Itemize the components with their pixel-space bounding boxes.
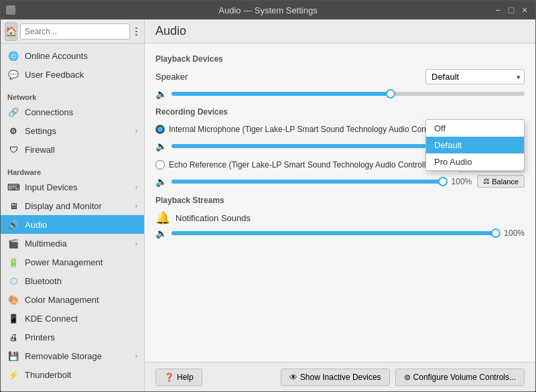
display-monitor-icon: 🖥 [7,200,19,212]
help-icon: ❓ [164,373,174,382]
titlebar-left [6,5,15,15]
recording-device-1-radio[interactable] [155,125,165,134]
titlebar: Audio — System Settings − □ × [1,1,535,19]
sidebar-item-label: Display and Monitor [25,201,130,211]
recording-device-2-slider-row: 🔈 100% ⚖ Balance [155,175,525,188]
speaker-slider-thumb[interactable] [386,89,395,99]
sidebar-item-label: Power Management [25,257,137,267]
sidebar-section-network: Network 🔗 Connections ⚙ Settings › 🛡 Fir… [1,86,144,161]
sidebar-section-sysadmin: System Administration ℹ About this Syste… [1,387,144,391]
recording-device-2-percent: 100% [448,177,472,186]
sidebar-item-user-feedback[interactable]: 💬 User Feedback [1,65,144,84]
notification-slider-fill [172,231,496,235]
sidebar-item-label: Online Accounts [25,51,137,61]
settings-icon: ⚙ [7,125,19,137]
dropdown-option-pro-audio[interactable]: Pro Audio [426,153,524,170]
balance-label: Balance [492,178,519,186]
removable-storage-icon: 💾 [7,350,19,362]
sidebar-item-label: Input Devices [25,182,130,192]
sidebar-item-multimedia[interactable]: 🎬 Multimedia › [1,234,144,253]
input-devices-icon: ⌨ [7,181,19,193]
balance-icon: ⚖ [483,177,490,186]
recording-device-2-radio[interactable] [155,160,165,170]
sidebar-item-bluetooth[interactable]: ⬡ Bluetooth [1,271,144,290]
chevron-right-icon: › [135,127,137,135]
home-button[interactable]: 🏠 [5,22,17,41]
maximize-button[interactable]: □ [506,5,517,15]
show-inactive-icon: 👁 [289,373,297,382]
sidebar-section-general: 🌐 Online Accounts 💬 User Feedback [1,44,144,86]
sidebar-item-power-management[interactable]: 🔋 Power Management [1,253,144,271]
bluetooth-icon: ⬡ [7,275,19,287]
notification-percent: 100% [501,228,525,238]
sidebar-item-printers[interactable]: 🖨 Printers [1,328,144,346]
user-feedback-icon: 💬 [7,68,19,80]
notification-slider-thumb[interactable] [491,228,500,238]
speaker-dropdown[interactable]: Off Default Pro Audio [425,69,525,84]
sidebar-item-display-monitor[interactable]: 🖥 Display and Monitor › [1,196,144,215]
multimedia-icon: 🎬 [7,237,19,249]
sysadmin-section-label: System Administration [1,389,144,391]
dropdown-option-off[interactable]: Off [426,120,524,137]
sidebar-item-thunderbolt[interactable]: ⚡ Thunderbolt [1,365,144,384]
sidebar-item-kde-connect[interactable]: 📱 KDE Connect [1,309,144,328]
recording-device-2-balance[interactable]: ⚖ Balance [477,175,525,188]
sidebar-item-audio[interactable]: 🔊 Audio [1,215,144,234]
help-label: Help [177,373,194,382]
speaker-slider[interactable] [172,92,525,96]
sidebar-item-online-accounts[interactable]: 🌐 Online Accounts [1,46,144,65]
sidebar-item-firewall[interactable]: 🛡 Firewall [1,140,144,159]
hamburger-line-1 [135,27,137,29]
recording-device-1-volume-icon: 🔈 [155,141,166,151]
recording-device-1-fill [172,144,443,148]
configure-volume-label: Configure Volume Controls... [413,373,516,382]
recording-device-2-slider[interactable] [172,180,443,184]
printers-icon: 🖨 [7,331,19,343]
hardware-section-label: Hardware [1,164,144,178]
recording-device-1-name: Internal Microphone (Tiger Lake-LP Smart… [169,125,454,134]
sidebar: 🏠 🌐 Online Accounts 💬 User Feedback [1,19,145,391]
dropdown-option-default[interactable]: Default [426,137,524,153]
notification-slider-row: 🔈 100% [155,228,525,239]
configure-volume-icon: ⊜ [404,373,411,382]
recording-device-2-thumb[interactable] [438,177,448,186]
configure-volume-button[interactable]: ⊜ Configure Volume Controls... [395,369,525,386]
notification-bell-icon: 🔔 [155,210,170,225]
content-body: Playback Devices Speaker Off Default Pro… [145,44,535,362]
speaker-select-wrapper[interactable]: Off Default Pro Audio [425,69,525,84]
notification-slider[interactable] [172,231,496,235]
audio-icon: 🔊 [7,218,19,231]
kde-connect-icon: 📱 [7,312,19,324]
sidebar-item-label: Settings [25,126,130,136]
sidebar-item-removable-storage[interactable]: 💾 Removable Storage › [1,346,144,365]
sidebar-item-connections[interactable]: 🔗 Connections [1,103,144,121]
sidebar-item-label: KDE Connect [25,314,137,324]
window-controls: − □ × [492,5,530,15]
help-button[interactable]: ❓ Help [155,369,202,386]
sidebar-item-label: Thunderbolt [25,370,137,380]
sidebar-item-label: Printers [25,332,137,342]
network-section-label: Network [1,89,144,103]
close-button[interactable]: × [519,5,530,15]
footer-right: 👁 Show Inactive Devices ⊜ Configure Volu… [281,369,525,386]
hamburger-menu[interactable] [133,23,140,40]
main-window: Audio — System Settings − □ × 🏠 🌐 [0,0,536,392]
sidebar-item-color-management[interactable]: 🎨 Color Management [1,290,144,309]
sidebar-item-input-devices[interactable]: ⌨ Input Devices › [1,178,144,196]
footer-left: ❓ Help [155,369,202,386]
recording-device-2-volume-icon: 🔈 [155,176,166,187]
window-title: Audio — System Settings [218,5,317,15]
speaker-slider-row: 🔈 [155,88,525,99]
search-input[interactable] [20,23,130,40]
speaker-label: Speaker [155,72,202,82]
chevron-right-icon: › [135,352,137,360]
show-inactive-button[interactable]: 👁 Show Inactive Devices [281,369,390,386]
speaker-dropdown-overlay: Off Default Pro Audio [425,119,525,171]
notification-sounds-row: 🔔 Notification Sounds [155,210,525,225]
firewall-icon: 🛡 [7,143,19,155]
playback-streams-heading: Playback Streams [155,196,525,205]
minimize-button[interactable]: − [492,5,503,15]
recording-device-1-slider[interactable] [172,144,443,148]
sidebar-item-label: Firewall [25,145,137,155]
sidebar-item-settings[interactable]: ⚙ Settings › [1,121,144,140]
